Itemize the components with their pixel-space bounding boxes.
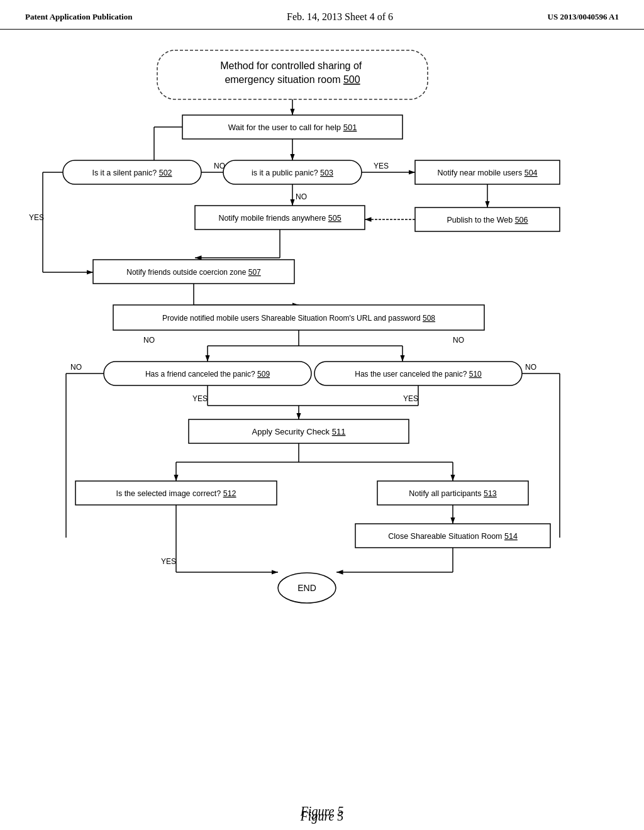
svg-text:is it a public panic? 503: is it a public panic? 503 xyxy=(252,169,333,177)
header-right: US 2013/0040596 A1 xyxy=(548,12,619,22)
flowchart-clean: Method for controlled sharing of emergen… xyxy=(0,35,644,808)
svg-text:Notify mobile friends anywhere: Notify mobile friends anywhere 505 xyxy=(218,214,341,223)
header-center: Feb. 14, 2013 Sheet 4 of 6 xyxy=(287,11,393,23)
svg-text:Has a friend canceled the pani: Has a friend canceled the panic? 509 xyxy=(145,370,270,379)
svg-text:NO: NO xyxy=(453,336,464,345)
svg-text:Notify all participants 513: Notify all participants 513 xyxy=(409,489,497,498)
svg-text:NO: NO xyxy=(143,336,155,345)
header-left: Patent Application Publication xyxy=(25,12,132,22)
svg-text:YES: YES xyxy=(374,162,389,170)
page-header: Patent Application Publication Feb. 14, … xyxy=(0,0,644,30)
figure-caption: Figure 5 xyxy=(0,809,644,824)
svg-text:Provide notified mobile users : Provide notified mobile users Shareable … xyxy=(162,314,435,323)
svg-text:Publish to the Web 506: Publish to the Web 506 xyxy=(447,216,528,224)
svg-text:YES: YES xyxy=(161,557,176,566)
svg-text:YES: YES xyxy=(403,394,418,403)
svg-text:NO: NO xyxy=(296,192,307,201)
svg-text:END: END xyxy=(297,583,316,593)
svg-text:Apply Security Check 511: Apply Security Check 511 xyxy=(252,427,346,436)
svg-text:NO: NO xyxy=(70,363,82,372)
svg-text:Is the selected image correct?: Is the selected image correct? 512 xyxy=(116,489,236,498)
svg-text:YES: YES xyxy=(192,394,208,403)
svg-text:YES: YES xyxy=(29,213,44,222)
svg-text:Has the user canceled the pani: Has the user canceled the panic? 510 xyxy=(355,370,482,379)
svg-text:Notify friends outside coercio: Notify friends outside coercion zone 507 xyxy=(126,268,261,277)
svg-text:Is it a silent panic? 502: Is it a silent panic? 502 xyxy=(92,169,172,177)
svg-text:NO: NO xyxy=(525,363,536,372)
svg-text:Close Shareable Situation Room: Close Shareable Situation Room 514 xyxy=(388,532,518,541)
svg-text:Wait for the user to call for : Wait for the user to call for help 501 xyxy=(228,123,357,132)
svg-text:Notify near mobile users 504: Notify near mobile users 504 xyxy=(437,169,537,177)
